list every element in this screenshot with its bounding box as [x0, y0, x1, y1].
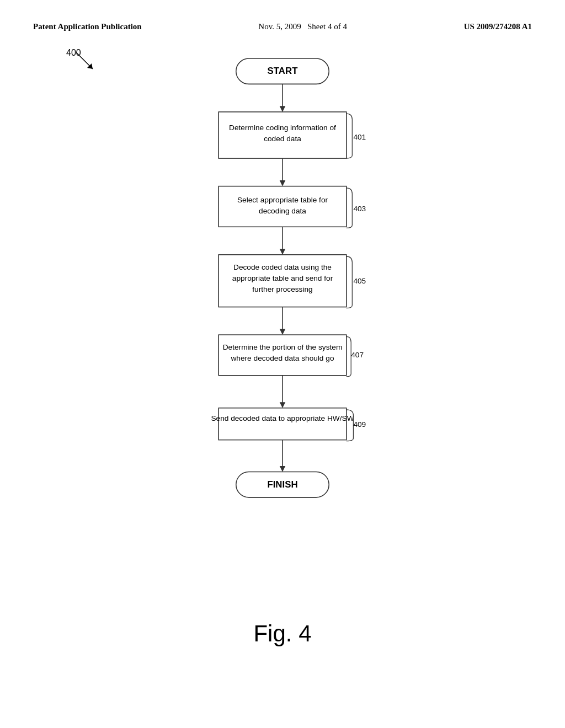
- start-label: START: [268, 66, 299, 76]
- ref-403: 403: [353, 205, 366, 213]
- node-403-line2: decoding data: [259, 207, 306, 215]
- svg-marker-13: [280, 329, 286, 335]
- node-407-line1: Determine the portion of the system: [223, 343, 343, 351]
- node-401-line2: coded data: [264, 135, 301, 143]
- flowchart-svg: START Determine coding information of co…: [122, 47, 443, 598]
- page-header: Patent Application Publication Nov. 5, 2…: [33, 22, 532, 31]
- svg-marker-7: [280, 180, 286, 186]
- node-401-line1: Determine coding information of: [229, 124, 336, 132]
- header-date: Nov. 5, 2009 Sheet 4 of 4: [258, 22, 347, 31]
- node-405-line3: further processing: [252, 285, 312, 293]
- figure-label: Fig. 4: [33, 620, 532, 647]
- node-407-line2: where decoded data should go: [231, 354, 334, 362]
- flowchart-container: START Determine coding information of co…: [33, 47, 532, 598]
- ref-407: 407: [351, 351, 364, 359]
- finish-label: FINISH: [267, 479, 297, 490]
- node-405-line2: appropriate table and send for: [232, 274, 333, 282]
- ref-405: 405: [353, 277, 366, 285]
- svg-rect-17: [218, 408, 347, 440]
- node-403-line1: Select appropriate table for: [237, 196, 328, 204]
- svg-marker-19: [280, 466, 286, 472]
- node-405-line1: Decode coded data using the: [233, 263, 332, 271]
- svg-marker-4: [280, 106, 286, 112]
- header-left-text: Patent Application Publication: [33, 22, 142, 31]
- header-patent-number: US 2009/274208 A1: [464, 22, 532, 31]
- page: Patent Application Publication Nov. 5, 2…: [0, 0, 565, 728]
- node-409-line1: Send decoded data to appropriate HW/SW: [211, 414, 354, 422]
- ref-401: 401: [353, 133, 366, 141]
- svg-marker-16: [280, 402, 286, 408]
- ref-409: 409: [353, 420, 366, 429]
- svg-marker-10: [280, 249, 286, 255]
